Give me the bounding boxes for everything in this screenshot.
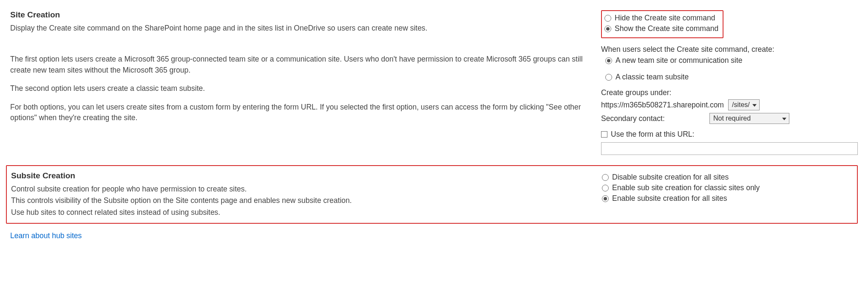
checkbox-icon [601, 131, 607, 138]
site-creation-right: Hide the Create site command Show the Cr… [601, 10, 858, 161]
radio-icon [602, 174, 609, 181]
sites-path-select[interactable]: /sites/ [728, 99, 760, 110]
checkbox-label: Use the form at this URL: [611, 130, 694, 139]
radio-icon [605, 74, 612, 81]
radio-classic-only-subsite[interactable]: Enable sub site creation for classic sit… [602, 183, 850, 192]
radio-enable-all-subsite[interactable]: Enable subsite creation for all sites [602, 194, 850, 203]
radio-label: A new team site or communication site [616, 56, 743, 65]
radio-hide-create-site[interactable]: Hide the Create site command [604, 14, 718, 23]
select-value: Not required [713, 115, 751, 122]
subsite-desc2: This controls visibility of the Subsite … [11, 195, 602, 206]
radio-icon [605, 57, 612, 64]
subsite-creation-left: Subsite Creation Control subsite creatio… [11, 171, 602, 219]
radio-label: Disable subsite creation for all sites [612, 173, 729, 182]
radio-label: Enable subsite creation for all sites [612, 194, 727, 203]
subsite-desc3: Use hub sites to connect related sites i… [11, 207, 602, 218]
base-url-text: https://m365b508271.sharepoint.com [601, 101, 724, 110]
site-creation-desc3: The second option lets users create a cl… [10, 83, 601, 94]
radio-icon [604, 15, 611, 22]
form-url-input[interactable] [601, 142, 858, 155]
site-creation-section: Site Creation Display the Create site co… [10, 10, 858, 161]
radio-show-create-site[interactable]: Show the Create site command [604, 24, 718, 33]
site-creation-left: Site Creation Display the Create site co… [10, 10, 601, 161]
highlight-show-hide: Hide the Create site command Show the Cr… [601, 10, 723, 38]
site-creation-desc1: Display the Create site command on the S… [10, 23, 601, 34]
secondary-contact-label: Secondary contact: [601, 114, 705, 123]
subsite-desc1: Control subsite creation for people who … [11, 184, 602, 194]
radio-icon [602, 185, 609, 191]
highlight-subsite-creation: Subsite Creation Control subsite creatio… [6, 165, 858, 224]
site-creation-heading: Site Creation [10, 10, 601, 20]
subsite-creation-right: Disable subsite creation for all sites E… [602, 171, 850, 219]
select-value: /sites/ [732, 101, 750, 109]
use-form-url-checkbox[interactable]: Use the form at this URL: [601, 130, 858, 139]
radio-label: Enable sub site creation for classic sit… [612, 183, 760, 192]
radio-icon [604, 25, 611, 32]
when-users-select-label: When users select the Create site comman… [601, 45, 858, 54]
site-creation-desc2: The first option lets users create a Mic… [10, 54, 601, 76]
site-creation-desc4: For both options, you can let users crea… [10, 102, 601, 124]
radio-label: Show the Create site command [615, 24, 718, 33]
radio-disable-subsite[interactable]: Disable subsite creation for all sites [602, 173, 850, 182]
create-groups-under-label: Create groups under: [601, 88, 858, 97]
radio-icon [602, 195, 609, 202]
radio-label: Hide the Create site command [615, 14, 715, 23]
radio-label: A classic team subsite [616, 73, 689, 82]
secondary-contact-select[interactable]: Not required [709, 113, 789, 124]
radio-new-team-site[interactable]: A new team site or communication site [605, 56, 858, 65]
radio-classic-subsite[interactable]: A classic team subsite [605, 73, 858, 82]
learn-about-hub-sites-link[interactable]: Learn about hub sites [10, 231, 82, 240]
subsite-creation-heading: Subsite Creation [11, 171, 602, 180]
